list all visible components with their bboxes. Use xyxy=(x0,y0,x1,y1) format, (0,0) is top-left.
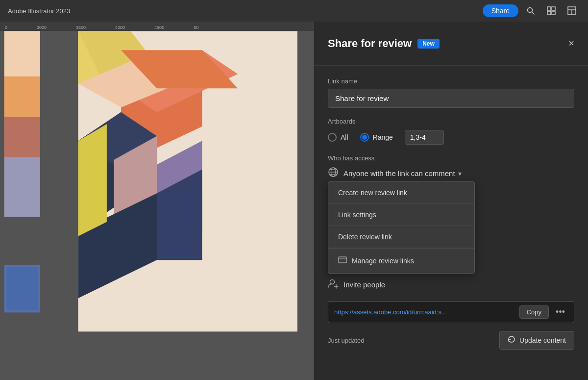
url-text: https://assets.adobe.com/id/urn:aaid:s..… xyxy=(334,308,515,316)
app-title: Adobe Illustrator 2023 xyxy=(8,7,70,15)
layout-button[interactable] xyxy=(564,4,580,17)
artboards-label: Artboards xyxy=(328,118,574,125)
more-options-button[interactable]: ••• xyxy=(553,306,568,318)
share-panel: Share for review New × Link name Artboar… xyxy=(314,22,588,380)
grid-icon xyxy=(547,6,556,15)
link-settings-label: Link settings xyxy=(338,211,376,219)
svg-rect-15 xyxy=(7,267,38,310)
range-input[interactable] xyxy=(405,130,444,145)
svg-rect-10 xyxy=(4,31,40,76)
radio-all-label: All xyxy=(341,133,348,141)
grid-view-button[interactable] xyxy=(543,4,560,17)
new-badge: New xyxy=(417,39,440,49)
link-name-label: Link name xyxy=(328,77,574,85)
svg-rect-2 xyxy=(547,7,551,10)
panel-header: Share for review New × xyxy=(314,22,588,66)
link-name-input[interactable] xyxy=(328,89,574,108)
svg-rect-11 xyxy=(4,76,40,117)
artboards-row: Artboards All Range xyxy=(328,118,574,145)
just-updated-text: Just updated xyxy=(328,337,364,344)
svg-marker-29 xyxy=(78,124,107,236)
radio-range-label: Range xyxy=(373,133,393,141)
update-content-label: Update content xyxy=(519,336,566,344)
share-button[interactable]: Share xyxy=(483,4,518,17)
radio-all[interactable]: All xyxy=(328,133,348,142)
svg-line-1 xyxy=(532,12,535,15)
svg-rect-12 xyxy=(4,117,40,158)
search-icon xyxy=(526,6,535,15)
chevron-down-icon: ▾ xyxy=(458,170,462,177)
svg-rect-3 xyxy=(552,7,555,10)
update-content-button[interactable]: Update content xyxy=(499,331,574,350)
manage-review-links-icon xyxy=(338,255,347,266)
access-row: Anyone with the link can comment ▾ Creat… xyxy=(328,167,574,180)
svg-rect-5 xyxy=(552,11,555,15)
bottom-row: Just updated Update content xyxy=(328,331,574,350)
copy-button[interactable]: Copy xyxy=(519,305,549,319)
radio-all-circle xyxy=(328,133,337,142)
panel-content: Link name Artboards All Range xyxy=(314,66,588,361)
close-button[interactable]: × xyxy=(568,38,574,49)
invite-icon xyxy=(328,278,339,291)
invite-row: Invite people xyxy=(328,278,574,291)
svg-rect-13 xyxy=(4,157,40,217)
search-button[interactable] xyxy=(522,4,539,17)
panel-title: Share for review xyxy=(328,37,412,50)
svg-rect-35 xyxy=(339,257,346,263)
access-dropdown-menu: Create new review link Link settings Del… xyxy=(328,181,475,274)
delete-review-link-item[interactable]: Delete review link xyxy=(328,226,474,248)
panel-title-row: Share for review New xyxy=(328,37,440,50)
link-settings-item[interactable]: Link settings xyxy=(328,204,474,226)
access-option-text: Anyone with the link can comment xyxy=(343,169,455,177)
artboard-illustration xyxy=(0,22,314,370)
manage-review-links-label: Manage review links xyxy=(352,257,414,265)
radio-group: All Range xyxy=(328,130,574,145)
canvas-area: 0 3000 3500 4000 4500 50 xyxy=(0,22,314,370)
delete-review-link-label: Delete review link xyxy=(338,233,392,241)
create-review-link-label: Create new review link xyxy=(338,189,407,197)
layout-icon xyxy=(567,6,576,15)
manage-review-links-item[interactable]: Manage review links xyxy=(328,249,474,273)
svg-rect-4 xyxy=(547,11,551,15)
titlebar: Adobe Illustrator 2023 Share xyxy=(0,0,588,22)
globe-icon xyxy=(328,167,339,180)
radio-range-circle xyxy=(360,133,369,142)
svg-point-37 xyxy=(330,280,335,284)
url-row: https://assets.adobe.com/id/urn:aaid:s..… xyxy=(328,301,574,323)
invite-people-text: Invite people xyxy=(343,280,385,289)
update-icon xyxy=(508,335,515,345)
who-access-label: Who has access xyxy=(328,154,574,162)
create-review-link-item[interactable]: Create new review link xyxy=(328,182,474,204)
radio-range[interactable]: Range xyxy=(360,133,393,142)
titlebar-actions: Share xyxy=(483,4,580,17)
access-dropdown-button[interactable]: Anyone with the link can comment ▾ xyxy=(343,169,462,177)
